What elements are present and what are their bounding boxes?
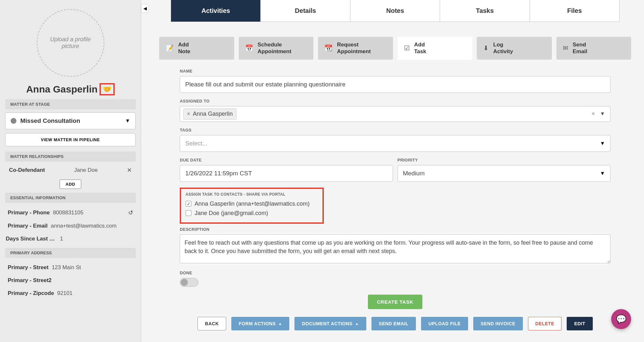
- street-value[interactable]: 123 Main St: [52, 264, 81, 271]
- priority-select[interactable]: Medium ▼: [398, 165, 611, 182]
- section-essential: ESSENTIAL INFORMATION: [5, 193, 136, 203]
- tab-tasks[interactable]: Tasks: [440, 0, 530, 22]
- tab-notes[interactable]: Notes: [351, 0, 440, 22]
- relationship-row: Co-Defendant Jane Doe ✕: [0, 165, 141, 176]
- chip-remove-icon[interactable]: ×: [187, 111, 190, 117]
- email-label: Primary - Email: [8, 223, 48, 229]
- chevron-up-icon: ▲: [278, 322, 282, 326]
- portal-contacts-highlight: ASSIGN TASK TO CONTACTS - SHARE VIA PORT…: [180, 188, 324, 224]
- tags-select[interactable]: Select... ▼: [180, 135, 610, 152]
- portal-contact-2: Jane Doe (jane@gmail.com): [195, 210, 268, 217]
- add-task-action[interactable]: ☑ Add Task: [398, 37, 473, 60]
- tab-activities[interactable]: Activities: [171, 0, 261, 22]
- days-label: Days Since Last …: [6, 236, 55, 242]
- view-pipeline-button[interactable]: VIEW MATTER IN PIPELINE: [5, 133, 136, 146]
- tab-files[interactable]: Files: [530, 0, 619, 22]
- calendar-icon: 📅: [245, 44, 253, 52]
- clear-assigned-icon[interactable]: ×: [589, 111, 598, 117]
- delete-button[interactable]: DELETE: [528, 317, 562, 330]
- add-note-action[interactable]: 📝 Add Note: [159, 37, 234, 60]
- done-toggle[interactable]: [180, 278, 198, 287]
- phone-action-icon[interactable]: ↺: [128, 209, 133, 216]
- form-actions-button[interactable]: FORM ACTIONS ▲: [231, 317, 289, 330]
- form-actions-label: FORM ACTIONS: [239, 321, 276, 326]
- section-matter-stage: MATTER AT STAGE: [5, 99, 136, 109]
- main-tabs: Activities Details Notes Tasks Files: [171, 0, 620, 22]
- document-actions-button[interactable]: DOCUMENT ACTIONS ▲: [294, 317, 366, 330]
- section-relationships: MATTER RELATIONSHIPS: [5, 151, 136, 161]
- schedule-appointment-action[interactable]: 📅 Schedule Appointment: [239, 37, 314, 60]
- contact-name: Anna Gasperlin: [26, 84, 98, 95]
- relationship-label: Co-Defendant: [9, 167, 45, 173]
- add-task-label: Add Task: [414, 41, 427, 55]
- chevron-up-icon: ▲: [355, 322, 359, 326]
- toggle-knob-icon: [181, 279, 188, 286]
- chevron-down-icon: ▼: [600, 171, 605, 176]
- name-field-label: NAME: [180, 69, 610, 73]
- checkbox-checked-icon[interactable]: [186, 201, 191, 207]
- zip-label: Primary - Zipcode: [8, 290, 54, 297]
- tab-details[interactable]: Details: [261, 0, 350, 22]
- add-relationship-button[interactable]: ADD: [60, 180, 82, 189]
- help-fab[interactable]: 💬: [611, 309, 631, 329]
- add-note-label: Add Note: [178, 41, 190, 55]
- task-icon: ☑: [404, 44, 410, 52]
- send-email-label: Send Email: [573, 41, 587, 55]
- portal-contact-row-1[interactable]: Anna Gasperlin (anna+test@lawmatics.com): [186, 199, 318, 209]
- due-date-label: DUE DATE: [180, 158, 393, 162]
- phone-value[interactable]: 8008831105: [53, 210, 83, 216]
- action-buttons-row: 📝 Add Note 📅 Schedule Appointment 📆 Requ…: [159, 37, 631, 60]
- street-row: Primary - Street 123 Main St: [0, 261, 141, 274]
- zip-row: Primary - Zipcode 92101: [0, 287, 141, 300]
- send-email-button[interactable]: SEND EMAIL: [371, 317, 416, 330]
- send-invoice-button[interactable]: SEND INVOICE: [473, 317, 523, 330]
- portal-contacts-label: ASSIGN TASK TO CONTACTS - SHARE VIA PORT…: [186, 192, 318, 197]
- download-icon: ⬇: [483, 44, 489, 52]
- create-task-button[interactable]: CREATE TASK: [368, 295, 422, 309]
- log-activity-action[interactable]: ⬇ Log Activity: [477, 37, 552, 60]
- request-appointment-action[interactable]: 📆 Request Appointment: [318, 37, 393, 60]
- sidebar: Upload a profile picture Anna Gasperlin …: [0, 0, 141, 342]
- chevron-down-icon[interactable]: ▼: [598, 111, 607, 117]
- email-value[interactable]: anna+test@lawmatics.com: [51, 223, 117, 229]
- stage-dot-icon: [11, 118, 16, 124]
- schedule-appointment-label: Schedule Appointment: [258, 41, 292, 55]
- stage-select[interactable]: Missed Consultation ▼: [5, 112, 136, 129]
- task-form: NAME ASSIGNED TO × Anna Gasperlin × ▼ TA…: [180, 69, 610, 309]
- assigned-select[interactable]: × Anna Gasperlin × ▼: [180, 106, 610, 122]
- phone-row: Primary - Phone 8008831105 ↺: [0, 206, 141, 220]
- due-date-input[interactable]: [180, 165, 393, 182]
- zip-value[interactable]: 92101: [57, 290, 72, 297]
- assigned-field-label: ASSIGNED TO: [180, 99, 610, 103]
- log-activity-label: Log Activity: [493, 41, 513, 55]
- tags-field-label: TAGS: [180, 128, 610, 132]
- description-textarea[interactable]: [180, 234, 610, 263]
- upload-file-button[interactable]: UPLOAD FILE: [421, 317, 468, 330]
- note-icon: 📝: [166, 44, 174, 52]
- back-button[interactable]: BACK: [197, 317, 226, 330]
- chevron-down-icon: ▼: [600, 141, 605, 146]
- checkbox-icon[interactable]: [186, 210, 191, 216]
- chevron-down-icon: ▼: [125, 118, 130, 124]
- highlight-box-icon: 🤝: [100, 83, 115, 95]
- days-since-row: Days Since Last … 1: [0, 232, 141, 245]
- tags-placeholder: Select...: [185, 140, 207, 147]
- bottom-action-bar: BACK FORM ACTIONS ▲ DOCUMENT ACTIONS ▲ S…: [149, 312, 641, 338]
- section-address: PRIMARY ADDRESS: [5, 248, 136, 258]
- handshake-icon[interactable]: 🤝: [103, 85, 111, 93]
- portal-contact-row-2[interactable]: Jane Doe (jane@gmail.com): [186, 209, 318, 218]
- main-panel: Activities Details Notes Tasks Files 📝 A…: [149, 0, 641, 342]
- collapse-sidebar-button[interactable]: ◀: [141, 4, 149, 13]
- document-actions-label: DOCUMENT ACTIONS: [302, 321, 352, 326]
- avatar-upload[interactable]: Upload a profile picture: [37, 9, 104, 77]
- street-label: Primary - Street: [8, 264, 49, 271]
- street2-row: Primary - Street2: [0, 274, 141, 287]
- name-input[interactable]: [180, 76, 610, 93]
- edit-button[interactable]: EDIT: [567, 317, 592, 330]
- done-label: DONE: [180, 270, 610, 275]
- relationship-value[interactable]: Jane Doe: [74, 167, 98, 173]
- chevron-left-icon: ◀: [143, 6, 147, 11]
- calendar-request-icon: 📆: [324, 44, 332, 52]
- send-email-action[interactable]: ✉ Send Email: [556, 37, 631, 60]
- relationship-remove-icon[interactable]: ✕: [127, 167, 132, 174]
